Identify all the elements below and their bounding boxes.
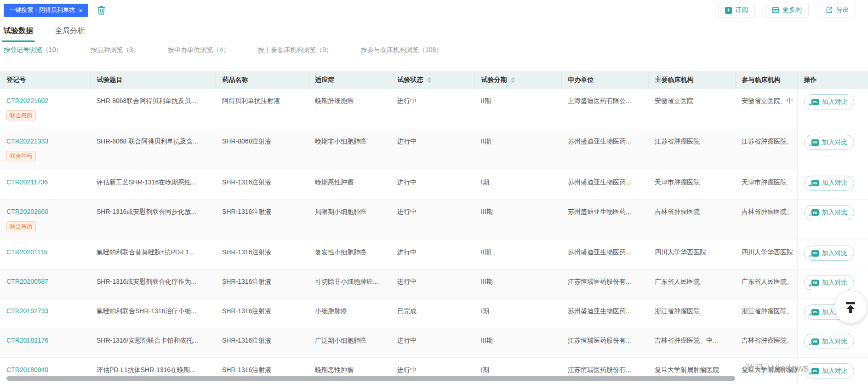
cell-main-site: 浙江省肿瘤医院: [648, 299, 735, 328]
cell-phase: I期: [474, 170, 561, 199]
col-indication: 适应症: [308, 71, 391, 89]
cell-indication: 复发性小细胞肺癌: [308, 240, 391, 269]
subtab-by-variety[interactable]: 按品种浏览（3）: [91, 46, 140, 54]
subtab-by-main-site[interactable]: 按主要临床机构浏览（9）: [258, 46, 332, 54]
cell-drug: SHR-1316注射液: [216, 299, 308, 328]
cell-participating-sites: 天津市肿瘤医院: [735, 170, 797, 199]
col-participating-sites: 参与临床机构: [735, 71, 797, 89]
cell-actions: vs+ 加入对比: [797, 328, 868, 358]
cell-phase: II期: [474, 129, 561, 170]
cell-phase: III期: [474, 199, 561, 240]
search-chip-label: 一键搜索：阿得贝利单抗: [9, 6, 75, 14]
sort-icons-status[interactable]: [427, 77, 432, 83]
registration-link[interactable]: CTR20221333: [6, 138, 84, 145]
cell-registration: CTR20182176: [0, 328, 90, 358]
cell-title: SHR-1316或安慰剂联合同步化放...: [90, 199, 216, 240]
add-to-compare-button[interactable]: vs+ 加入对比: [804, 246, 854, 261]
cell-main-site: 四川大学华西医院: [648, 240, 735, 269]
cell-main-site: 江苏省肿瘤医院: [648, 129, 735, 170]
top-bar: 一键搜索：阿得贝利单抗 × + 订阅 更多列: [0, 0, 868, 20]
col-drug: 药品名称: [216, 71, 308, 89]
cell-sponsor: 苏州盛迪亚生物医药...: [561, 170, 648, 199]
cell-status: 进行中: [391, 170, 474, 199]
cell-main-site: 吉林省肿瘤医院、中...: [648, 328, 735, 358]
cell-registration: CTR20211736: [0, 170, 90, 199]
trash-icon[interactable]: [97, 5, 106, 15]
cell-indication: 晚期肝细胞癌: [308, 89, 391, 129]
col-phase-label: 试验分期: [481, 76, 507, 83]
cell-status: 进行中: [391, 269, 474, 299]
cell-phase: II期: [474, 89, 561, 129]
more-columns-button[interactable]: 更多列: [765, 3, 809, 17]
cell-title: SHR-8068 联合阿得贝利单抗及含...: [90, 129, 216, 170]
cell-registration: CTR20221602 联合用药: [0, 89, 90, 129]
cell-participating-sites: 吉林省肿瘤医院、: [735, 199, 797, 240]
app-root: 一键搜索：阿得贝利单抗 × + 订阅 更多列: [0, 0, 868, 384]
horizontal-scrollbar[interactable]: [6, 376, 735, 381]
compare-label: 加入对比: [822, 249, 848, 258]
cell-actions: vs+ 加入对比: [797, 129, 868, 170]
cell-status: 进行中: [391, 328, 474, 358]
cell-sponsor: 苏州盛迪亚生物医药...: [561, 199, 648, 240]
table-header-row: 登记号 试验题目 药品名称 适应症 试验状态 试验分期 申办单位 主要临床机构 …: [0, 71, 868, 89]
back-to-top-icon: [844, 300, 857, 314]
registration-link[interactable]: CTR20201115: [6, 248, 84, 256]
add-to-compare-button[interactable]: vs+ 加入对比: [804, 275, 854, 290]
search-filter-chip[interactable]: 一键搜索：阿得贝利单抗 ×: [4, 4, 88, 17]
cell-actions: vs+ 加入对比: [797, 240, 868, 269]
cell-phase: III期: [474, 328, 561, 358]
col-title: 试验题目: [90, 71, 216, 89]
compare-label: 加入对比: [822, 279, 848, 287]
registration-link[interactable]: CTR20202660: [6, 208, 84, 216]
subscribe-plus-icon: +: [725, 7, 732, 14]
add-to-compare-button[interactable]: vs+ 加入对比: [804, 363, 854, 378]
subscribe-button[interactable]: + 订阅: [718, 3, 755, 17]
browse-filter-tabs: 按登记号浏览（10） 按品种浏览（3） 按申办单位浏览（4） 按主要临床机构浏览…: [0, 42, 868, 57]
cell-drug: SHR-8068注射液: [216, 129, 308, 170]
table-row: CTR20221602 联合用药 SHR-8068联合阿得贝利单抗及贝... 阿…: [0, 89, 868, 129]
cell-status: 进行中: [391, 129, 474, 170]
cell-phase: III期: [474, 269, 561, 299]
cell-status: 已完成: [391, 299, 474, 328]
vs-compare-icon: vs+: [811, 338, 819, 345]
cell-actions: vs+ 加入对比: [797, 170, 868, 199]
cell-main-site: 广东省人民医院: [648, 269, 735, 299]
registration-link[interactable]: CTR20211736: [6, 178, 84, 186]
registration-link[interactable]: CTR20221602: [6, 97, 84, 105]
registration-link[interactable]: CTR20192733: [6, 307, 84, 315]
cell-participating-sites: 广东省人民医院、: [735, 269, 797, 299]
cell-sponsor: 江苏恒瑞医药股份有...: [561, 269, 648, 299]
registration-link[interactable]: CTR20182176: [6, 337, 84, 344]
add-to-compare-button[interactable]: vs+ 加入对比: [804, 94, 854, 109]
add-to-compare-button[interactable]: vs+ 加入对比: [804, 205, 854, 220]
add-to-compare-button[interactable]: vs+ 加入对比: [804, 135, 854, 150]
chip-close-icon[interactable]: ×: [79, 7, 83, 14]
col-actions: 操作: [797, 71, 868, 89]
add-to-compare-button[interactable]: vs+ 加入对比: [804, 334, 854, 349]
add-to-compare-button[interactable]: vs+ 加入对比: [804, 176, 854, 191]
tab-global-analysis[interactable]: 全局分析: [55, 26, 85, 42]
subtab-by-registration[interactable]: 按登记号浏览（10）: [4, 46, 63, 54]
cell-actions: vs+ 加入对比: [797, 199, 868, 240]
back-to-top-button[interactable]: [834, 291, 867, 323]
subtab-by-sponsor[interactable]: 按申办单位浏览（4）: [168, 46, 229, 54]
cell-participating-sites: 安徽省立医院、中: [735, 89, 797, 129]
compare-label: 加入对比: [822, 338, 848, 346]
col-status: 试验状态: [391, 71, 474, 89]
cell-participating-sites: 吉林省肿瘤医院、: [735, 328, 797, 358]
cell-status: 进行中: [391, 89, 474, 129]
export-button[interactable]: 导出: [819, 3, 856, 17]
tab-trial-data[interactable]: 试验数据: [4, 26, 33, 42]
subscribe-label: 订阅: [735, 6, 748, 14]
registration-link[interactable]: CTR20200587: [6, 278, 84, 286]
main-tabs: 试验数据 全局分析: [0, 20, 868, 42]
compare-label: 加入对比: [822, 98, 848, 106]
cell-sponsor: 江苏恒瑞医药股份有...: [561, 328, 648, 358]
table-row: CTR20202660 联合用药 SHR-1316或安慰剂联合同步化放... S…: [0, 199, 868, 240]
compare-label: 加入对比: [822, 367, 848, 375]
registration-link[interactable]: CTR20180040: [6, 366, 84, 374]
sort-icons-phase[interactable]: [511, 77, 515, 83]
cell-sponsor: 苏州盛迪亚生物医药...: [561, 299, 648, 328]
cell-registration: CTR20201115: [0, 240, 90, 269]
subtab-by-participating-site[interactable]: 按参与临床机构浏览（108）: [361, 46, 442, 54]
